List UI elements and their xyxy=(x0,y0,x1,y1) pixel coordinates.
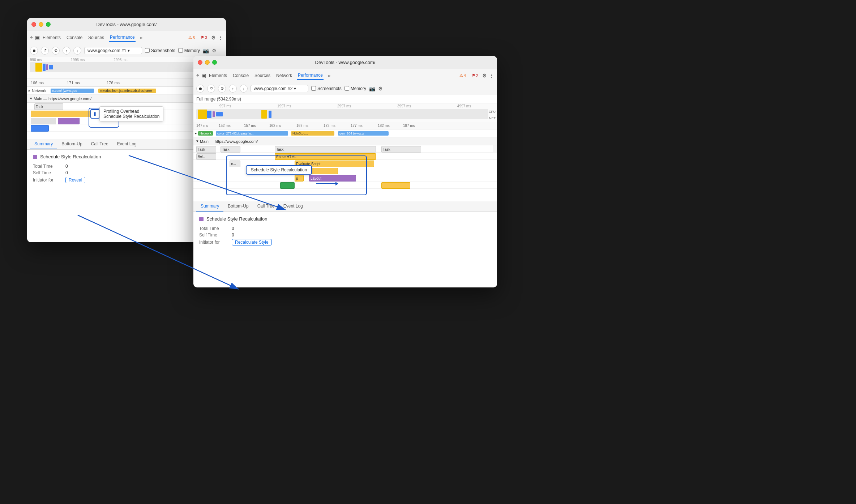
url-selector-2[interactable]: www.google.com #2 ▾ xyxy=(251,85,308,92)
record-btn-1[interactable]: ⏺ xyxy=(30,47,38,55)
warn-count-1: 3 xyxy=(193,35,195,40)
main-thread-label-2: Main — https://www.google.com/ xyxy=(200,139,258,144)
scrubber-area-2[interactable]: 147 ms 152 ms 157 ms 162 ms 167 ms 172 m… xyxy=(193,122,497,129)
upload-btn-1[interactable]: ↑ xyxy=(63,47,70,55)
clear-btn-2[interactable]: ⊘ xyxy=(218,85,226,93)
perf-settings-icon-1[interactable]: ⚙ xyxy=(212,48,217,54)
cpu-bar-blue2-1 xyxy=(49,65,53,69)
network-label-1: Network xyxy=(32,89,46,93)
network-expand-2[interactable]: ▸ xyxy=(195,131,197,135)
settings-icon-2[interactable]: ⚙ xyxy=(482,73,487,78)
tab-performance-2[interactable]: Performance xyxy=(297,71,324,80)
device-icon-1[interactable]: ▣ xyxy=(35,35,40,40)
tab-call-tree-1[interactable]: Call Tree xyxy=(87,139,113,149)
reload-btn-1[interactable]: ↺ xyxy=(41,47,49,55)
main-thread-area-2[interactable]: Task Task Task Task Rel... Parse HTML E.… xyxy=(193,145,497,201)
url-value-2: www.google.com #2 xyxy=(254,86,292,91)
maximize-button-1[interactable] xyxy=(46,22,51,27)
device-icon-2[interactable]: ▣ xyxy=(201,73,206,78)
scrub-177: 177 ms xyxy=(351,124,363,128)
tab-sources-2[interactable]: Sources xyxy=(254,72,271,80)
tab-bottom-up-2[interactable]: Bottom-Up xyxy=(223,201,253,212)
memory-label-2: Memory xyxy=(351,86,366,91)
tab-summary-2[interactable]: Summary xyxy=(196,201,223,212)
tab-elements-1[interactable]: Elements xyxy=(42,34,61,42)
task-p-2: p xyxy=(295,175,304,181)
task-row-6-2 xyxy=(193,181,497,189)
url-value-1: www.google.com #1 xyxy=(87,48,126,53)
screenshots-checkbox-1[interactable]: Screenshots xyxy=(145,48,175,53)
perf-toolbar-1: ⏺ ↺ ⊘ ↑ ↓ www.google.com #1 ▾ Screenshot… xyxy=(27,44,226,57)
ov-bar-y2 xyxy=(261,110,267,119)
error-icon-2: ⚑ xyxy=(472,73,475,78)
tab-sources-1[interactable]: Sources xyxy=(87,34,105,42)
warn-badge-1: ⚠ 3 xyxy=(187,35,197,40)
reload-btn-2[interactable]: ↺ xyxy=(207,85,215,93)
perf-settings-icon-2[interactable]: ⚙ xyxy=(378,86,383,91)
cpu-bar-blue-1 xyxy=(43,64,46,71)
screenshots-check-2[interactable] xyxy=(311,86,316,91)
memory-checkbox-2[interactable]: Memory xyxy=(344,86,366,91)
recalculate-link-2[interactable]: Recalculate Style xyxy=(232,239,272,245)
download-btn-1[interactable]: ↓ xyxy=(73,47,81,55)
tab-performance-1[interactable]: Performance xyxy=(109,33,136,42)
inspect-icon-2[interactable]: ⌖ xyxy=(196,72,199,78)
timeline-overview-2[interactable]: 997 ms 1997 ms 2997 ms 3997 ms 4997 ms C… xyxy=(193,103,497,122)
memory-check-2[interactable] xyxy=(344,86,349,91)
capture-icon-1[interactable]: 📷 xyxy=(203,48,209,54)
memory-check-1[interactable] xyxy=(178,48,183,53)
task-rel-2: Rel... xyxy=(196,153,216,160)
tab-network-2[interactable]: Network xyxy=(275,72,293,80)
tab-call-tree-2[interactable]: Call Tree xyxy=(253,201,279,212)
schedule-callout-text-2: Schedule Style Recalculation xyxy=(251,167,307,172)
tab-console-1[interactable]: Console xyxy=(66,34,83,42)
tab-elements-2[interactable]: Elements xyxy=(208,72,228,80)
minimize-button-2[interactable] xyxy=(205,60,210,65)
nav-more-2[interactable]: » xyxy=(328,73,331,78)
memory-checkbox-1[interactable]: Memory xyxy=(178,48,200,53)
nav-toolbar-2: ⌖ ▣ Elements Console Sources Network Per… xyxy=(193,69,497,82)
more-icon-2[interactable]: ⋮ xyxy=(489,73,494,78)
minimize-button-1[interactable] xyxy=(39,22,43,27)
tab-summary-1[interactable]: Summary xyxy=(30,139,57,149)
nav-more-1[interactable]: » xyxy=(140,35,143,40)
reveal-link-1[interactable]: Reveal xyxy=(65,177,85,183)
tab-event-log-1[interactable]: Event Log xyxy=(113,139,141,149)
close-button-2[interactable] xyxy=(198,60,202,65)
tab-console-2[interactable]: Console xyxy=(232,72,249,80)
task-row-1-2: Task Task Task Task xyxy=(193,145,497,153)
scrub-176: 176 ms xyxy=(107,81,120,85)
main-thread-arrow-1[interactable]: ▾ xyxy=(30,96,32,101)
network-request-1: e.com/ (www.goo xyxy=(51,89,94,93)
summary-color-1 xyxy=(33,155,37,159)
main-thread-arrow-2[interactable]: ▾ xyxy=(196,139,198,144)
more-icon-1[interactable]: ⋮ xyxy=(218,35,223,40)
self-time-value-1: 0 xyxy=(65,170,68,175)
total-time-value-2: 0 xyxy=(232,226,234,231)
maximize-button-2[interactable] xyxy=(212,60,217,65)
close-button-1[interactable] xyxy=(31,22,36,27)
traffic-lights-1 xyxy=(31,22,51,27)
time-1996: 1996 ms xyxy=(71,58,85,62)
inspect-icon-1[interactable]: ⌖ xyxy=(30,34,33,40)
upload-btn-2[interactable]: ↑ xyxy=(229,85,237,93)
clear-btn-1[interactable]: ⊘ xyxy=(52,47,60,55)
record-btn-2[interactable]: ⏺ xyxy=(196,85,204,93)
perf-toolbar-2: ⏺ ↺ ⊘ ↑ ↓ www.google.com #2 ▾ Screenshot… xyxy=(193,82,497,95)
capture-icon-2[interactable]: 📷 xyxy=(369,86,375,91)
warn-icon-1: ⚠ xyxy=(188,35,192,40)
screenshots-check-1[interactable] xyxy=(145,48,150,53)
ov-4997: 4997 ms xyxy=(457,104,471,108)
tab-bottom-up-1[interactable]: Bottom-Up xyxy=(57,139,86,149)
url-selector-1[interactable]: www.google.com #1 ▾ xyxy=(84,47,142,54)
initiator-label-2: Initiator for xyxy=(199,240,232,245)
network-expand-1[interactable]: ▸ xyxy=(29,89,30,93)
summary-title-1: Schedule Style Recalculation xyxy=(40,154,101,159)
summary-self-time-2: Self Time 0 xyxy=(199,232,491,238)
download-btn-2[interactable]: ↓ xyxy=(240,85,248,93)
settings-icon-1[interactable]: ⚙ xyxy=(211,35,216,40)
ov-997: 997 ms xyxy=(219,104,231,108)
tab-event-log-2[interactable]: Event Log xyxy=(279,201,307,212)
time-2996: 2996 ms xyxy=(114,58,127,62)
screenshots-checkbox-2[interactable]: Screenshots xyxy=(311,86,342,91)
